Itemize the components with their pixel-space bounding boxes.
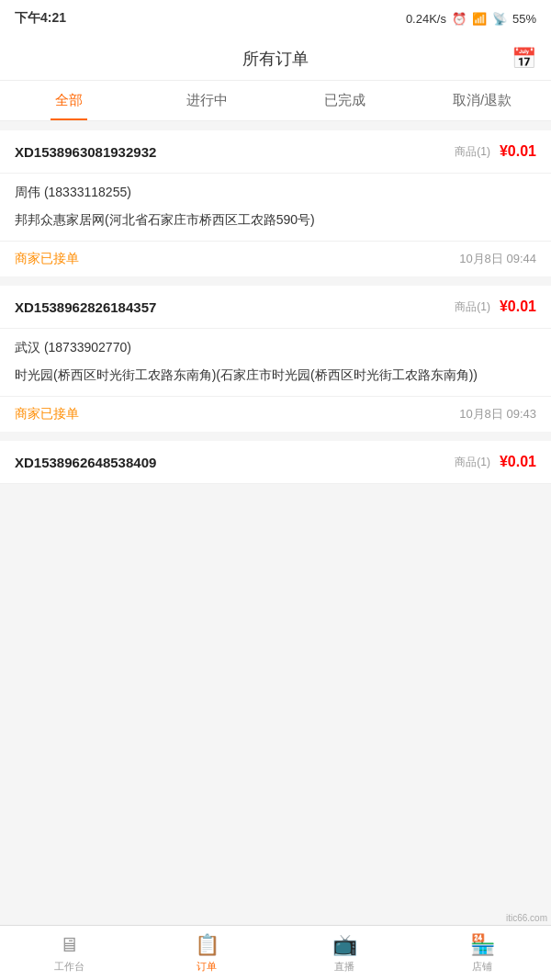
order-status-2: 商家已接单 [15,406,79,422]
order-price-3: ¥0.01 [500,454,536,470]
live-icon: 📺 [332,933,357,957]
order-id-2: XD1538962826184357 [15,299,445,315]
order-header-3: XD1538962648538409 商品(1) ¥0.01 [0,441,551,484]
order-header-1: XD1538963081932932 商品(1) ¥0.01 [0,130,551,174]
order-goods-3: 商品(1) [455,455,490,470]
order-status-1: 商家已接单 [15,251,79,267]
page-header: 所有订单 📅 [0,37,551,81]
order-list: XD1538963081932932 商品(1) ¥0.01 周伟 (18333… [0,121,551,502]
status-bar: 下午4:21 0.24K/s ⏰ 📶 📡 55% [0,0,551,37]
network-speed: 0.24K/s [406,12,446,26]
order-tabs: 全部 进行中 已完成 取消/退款 [0,81,551,121]
order-footer-1: 商家已接单 10月8日 09:44 [0,241,551,276]
nav-orders-label: 订单 [197,960,217,974]
order-body-1: 周伟 (18333118255) 邦邦众惠家居网(河北省石家庄市桥西区工农路59… [0,174,551,241]
order-price-2: ¥0.01 [500,299,536,315]
order-goods-1: 商品(1) [455,144,490,160]
order-id-3: XD1538962648538409 [15,455,445,470]
nav-live-label: 直播 [334,960,354,974]
order-card-1[interactable]: XD1538963081932932 商品(1) ¥0.01 周伟 (18333… [0,130,551,276]
bottom-nav: 🖥 工作台 📋 订单 📺 直播 🏪 店铺 [0,925,551,980]
watermark: itic66.com [506,913,547,923]
order-card-2[interactable]: XD1538962826184357 商品(1) ¥0.01 武汉 (18733… [0,286,551,432]
signal-icon: 📡 [492,12,507,26]
tab-all[interactable]: 全部 [0,81,138,120]
nav-workbench[interactable]: 🖥 工作台 [0,926,138,980]
status-time: 下午4:21 [15,10,66,27]
order-address-1: 邦邦众惠家居网(河北省石家庄市桥西区工农路590号) [15,210,536,230]
tab-cancel[interactable]: 取消/退款 [413,81,551,120]
order-customer-1: 周伟 (18333118255) [15,185,536,201]
workbench-icon: 🖥 [59,933,79,957]
order-time-2: 10月8日 09:43 [459,406,536,422]
order-id-1: XD1538963081932932 [15,144,445,160]
nav-live[interactable]: 📺 直播 [276,926,413,980]
order-header-2: XD1538962826184357 商品(1) ¥0.01 [0,286,551,329]
wifi-icon: 📶 [472,12,487,26]
page-title: 所有订单 [242,48,309,70]
nav-workbench-label: 工作台 [54,960,84,974]
battery-icon: 55% [512,12,536,26]
order-time-1: 10月8日 09:44 [459,251,536,267]
order-goods-2: 商品(1) [455,299,490,315]
order-card-3[interactable]: XD1538962648538409 商品(1) ¥0.01 [0,441,551,484]
shop-icon: 🏪 [470,933,495,957]
order-footer-2: 商家已接单 10月8日 09:43 [0,396,551,432]
tab-ongoing[interactable]: 进行中 [138,81,276,120]
calendar-icon[interactable]: 📅 [512,47,536,71]
order-price-1: ¥0.01 [500,143,536,160]
order-customer-2: 武汉 (18733902770) [15,340,536,356]
nav-shop[interactable]: 🏪 店铺 [413,926,551,980]
order-address-2: 时光园(桥西区时光街工农路东南角)(石家庄市时光园(桥西区时光街工农路东南角)) [15,366,536,385]
nav-shop-label: 店铺 [472,960,492,974]
status-right: 0.24K/s ⏰ 📶 📡 55% [406,12,536,26]
tab-done[interactable]: 已完成 [276,81,413,120]
orders-icon: 📋 [195,933,219,957]
order-body-2: 武汉 (18733902770) 时光园(桥西区时光街工农路东南角)(石家庄市时… [0,329,551,396]
alarm-icon: ⏰ [452,12,467,26]
nav-orders[interactable]: 📋 订单 [138,926,276,980]
